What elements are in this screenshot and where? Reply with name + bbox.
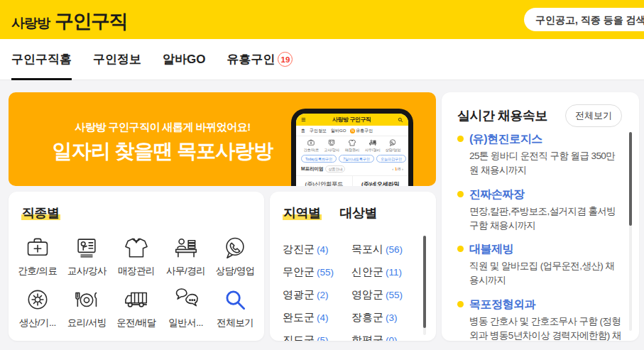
hamburger-menu-icon: ≡ [301,116,305,124]
region-jindo[interactable]: 진도군(5) [283,334,343,341]
phone-tab-info: 구인정보 [310,128,327,134]
dining-icon [73,286,100,313]
phone-app-header: ≡ 사랑방 구인구직 [296,114,408,126]
nav-tab-alba-go[interactable]: 알바GO [163,39,205,80]
phone-pill-today: Today등록한구인 [301,155,337,163]
job-description: 면장,칼판,주방보조,설거지겸 홀서빙 구함 채용시까지 [469,204,622,234]
phone-premium-label: M프리미엄 [301,166,323,173]
top-header: 사랑방 구인구직 [0,0,644,39]
phone-premium-tag: 상품안내 [325,165,345,173]
nav-tab-nightlife[interactable]: 유흥구인 19 [227,39,293,80]
category-cooking[interactable]: 요리/서빙 [62,286,112,329]
phone-tab-bar: 홈 구인정보 알바GO N유흥구인 [296,126,408,136]
category-teacher[interactable]: 교사/강사 [62,234,112,278]
teacher-board-icon [327,138,336,147]
nav-tab-job-info[interactable]: 구인정보 [93,39,141,80]
phone-app-title: 사랑방 구인구직 [332,116,371,124]
phone-category-teacher: 교사/강사 [322,138,342,152]
tab-by-target[interactable]: 대상별 [340,204,378,222]
search-icon [398,117,403,123]
job-categories-grid: 간호/의료 교사/강사 매장관리 사무/경리 상담/영업 생산/기... 요리/… [13,234,260,329]
region-mokpo[interactable]: 목포시(56) [351,243,412,266]
shirt-icon [123,234,150,261]
regions-scrollbar[interactable] [423,236,426,328]
region-wando[interactable]: 완도군(4) [283,311,343,334]
nav-tab-nightlife-label: 유흥구인 [227,51,275,67]
region-yeongam[interactable]: 영암군(55) [351,288,412,311]
search-input[interactable] [524,8,644,31]
banner-title: 일자리 찾을땐 목포사랑방 [45,138,280,165]
job-company[interactable]: 목포정형외과 [469,297,622,312]
phone-pill-week: 7일이내등록구인 [339,155,374,163]
office-desk-icon [369,138,377,147]
banner-text: 사랑방 구인구직이 새롭게 바뀌었어요! 일자리 찾을땐 목포사랑방 [45,121,280,165]
job-company[interactable]: (유)현진로지스 [469,132,622,147]
category-view-all[interactable]: 전체보기 [210,286,260,329]
site-logo[interactable]: 사랑방 구인구직 [11,9,127,34]
phone-category-store: 매장관리 [343,138,362,152]
category-driving[interactable]: 운전/배달 [111,286,161,329]
job-item[interactable]: (유)현진로지스 25톤 윙바디 운전직 구함 월급 350만원 채용시까지 [457,132,622,178]
phone-listing-1: (주)신안희푸드 [296,176,352,186]
phone-mockup: ≡ 사랑방 구인구직 홈 구인정보 알바GO N유흥구인 간호/의료 교사/강사 [291,109,413,186]
phone-screen: ≡ 사랑방 구인구직 홈 구인정보 알바GO N유흥구인 간호/의료 교사/강사 [296,114,408,186]
chat-bubbles-icon [173,286,200,313]
bullet-icon [457,301,464,307]
phone-category-sales: 상담/영업 [383,138,403,152]
bullet-icon [457,136,464,142]
live-jobs-heading: 실시간 채용속보 [457,107,547,124]
tab-by-region[interactable]: 지역별 [283,204,322,222]
region-jangheung[interactable]: 장흥군(3) [351,311,412,334]
category-sales[interactable]: 상담/영업 [210,234,260,278]
job-item[interactable]: 진짜손짜장 면장,칼판,주방보조,설거지겸 홀서빙 구함 채용시까지 [457,187,622,234]
phone-pager: ‹ 1/8 › [392,167,403,171]
shirt-icon [348,138,356,147]
category-production[interactable]: 생산/기... [13,286,62,329]
nav-tab-home[interactable]: 구인구직홈 [11,39,72,80]
view-all-button[interactable]: 전체보기 [565,104,622,127]
job-description: 직원 및 알바모집 (업무운전,생산) 채용시까지 [469,259,622,288]
truck-icon [123,286,150,313]
medical-bag-icon [307,138,315,147]
category-general-service[interactable]: 일반서... [161,286,211,329]
job-categories-card: 직종별 간호/의료 교사/강사 매장관리 사무/경리 상담/영업 생산/기... [9,192,264,341]
main-nav: 구인구직홈 구인정보 알바GO 유흥구인 19 [0,39,644,80]
category-medical[interactable]: 간호/의료 [13,234,62,278]
teacher-board-icon [73,234,100,261]
region-gangjin[interactable]: 강진군(4) [283,243,343,266]
category-office[interactable]: 사무/경리 [161,234,211,278]
phone-pill-closing: 오늘마감구인 [376,155,406,163]
nav-tab-job-info-label: 구인정보 [93,51,141,67]
region-muan[interactable]: 무안군(55) [283,266,343,288]
nav-tab-home-label: 구인구직홈 [11,51,72,67]
job-item[interactable]: 목포정형외과 병동 간호사 및 간호조무사 구함 (정형외과 병동5년차이상 경… [457,297,622,341]
bullet-icon [457,191,464,197]
phone-bubble-icon [388,138,397,147]
job-description: 25톤 윙바디 운전직 구함 월급 350만원 채용시까지 [469,149,622,178]
job-description: 병동 간호사 및 간호조무사 구함 (정형외과 병동5년차이상 경력자에한함) … [469,315,622,341]
medical-bag-icon [24,234,51,261]
job-item[interactable]: 대불제빙 직원 및 알바모집 (업무운전,생산) 채용시까지 [457,242,622,288]
region-hampyeong[interactable]: 함평군(0) [351,334,412,341]
job-company[interactable]: 대불제빙 [469,242,622,257]
region-yeonggwang[interactable]: 영광군(2) [283,288,343,311]
regions-card: 지역별 대상별 강진군(4) 목포시(56) 무안군(55) 신안군(11) 영… [270,192,436,341]
nightlife-count-badge: 19 [278,52,293,67]
phone-category-medical: 간호/의료 [302,138,321,152]
job-company[interactable]: 진짜손짜장 [469,187,622,202]
phone-tab-alba: 알바GO [331,128,346,134]
category-store[interactable]: 매장관리 [111,234,161,278]
phone-listings: (주)신안희푸드 (주)네오세라믹 [296,175,408,186]
jobs-scrollbar[interactable] [629,132,632,226]
phone-bubble-icon [222,234,249,261]
nav-tab-alba-go-label: 알바GO [163,51,205,67]
gear-icon [24,286,51,313]
promo-banner[interactable]: 사랑방 구인구직이 새롭게 바뀌었어요! 일자리 찾을땐 목포사랑방 ≡ 사랑방… [9,92,436,186]
bullet-icon [457,246,464,252]
phone-listing-2: (주)네오세라믹 [352,176,409,186]
regions-list: 강진군(4) 목포시(56) 무안군(55) 신안군(11) 영광군(2) 영암… [283,243,412,341]
phone-category-row: 간호/의료 교사/강사 매장관리 사무/경리 상담/영업 [296,136,408,153]
search-icon [222,286,249,313]
banner-subtitle: 사랑방 구인구직이 새롭게 바뀌었어요! [45,121,280,134]
region-sinan[interactable]: 신안군(11) [351,266,412,288]
